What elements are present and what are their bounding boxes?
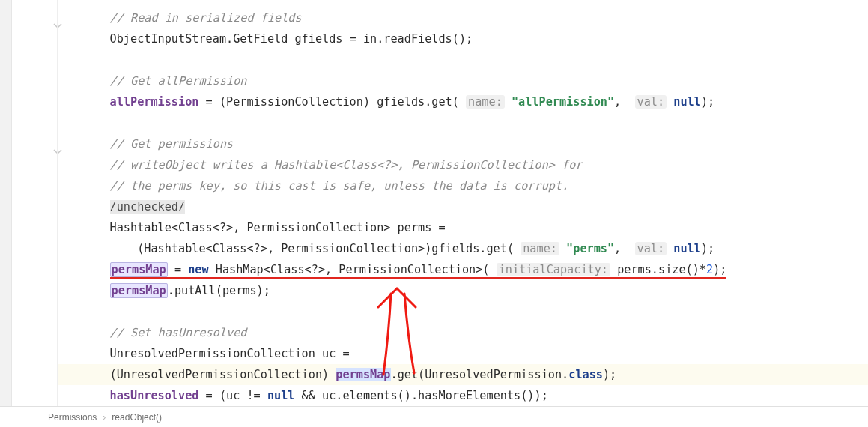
breadcrumb[interactable]: Permissions › readObject() — [0, 406, 868, 427]
string-literal: "perms" — [566, 242, 614, 255]
code-line: // Read in serialized fields — [82, 11, 302, 25]
param-hint: initialCapacity: — [497, 263, 610, 276]
field-ref: hasUnresolved — [110, 389, 199, 402]
gutter-separator — [57, 0, 58, 406]
field-ref: permsMap — [110, 283, 168, 298]
comment: // Set hasUnresolved — [110, 326, 247, 339]
number-literal: 2 — [706, 263, 713, 276]
code-line: // Get allPermission — [82, 74, 246, 88]
annotation: /unchecked/ — [110, 200, 186, 214]
code-line: ObjectInputStream.GetField gfields = in.… — [82, 32, 473, 46]
param-hint: name: — [466, 95, 505, 109]
keyword: class — [568, 368, 603, 381]
code-line: UnresolvedPermissionCollection uc = — [82, 347, 350, 360]
string-literal: "allPermission" — [512, 95, 614, 109]
code-line: hasUnresolved = (uc != null && uc.elemen… — [82, 389, 548, 402]
code-line: /unchecked/ — [82, 200, 185, 214]
comment: // Get allPermission — [110, 74, 247, 88]
param-hint: name: — [521, 242, 559, 255]
breadcrumb-item[interactable]: readObject() — [112, 412, 162, 423]
chevron-right-icon: › — [103, 412, 106, 423]
breadcrumb-item[interactable]: Permissions — [48, 412, 97, 423]
field-ref: allPermission — [110, 95, 199, 109]
code-line: // Set hasUnresolved — [82, 326, 246, 339]
param-hint: val: — [635, 95, 667, 109]
code-line — [82, 305, 89, 318]
code-editor[interactable]: // Read in serialized fields ObjectInput… — [58, 0, 868, 406]
code-line — [82, 116, 89, 130]
keyword: null — [267, 389, 295, 402]
code-line: Hashtable<Class<?>, PermissionCollection… — [82, 221, 446, 234]
gutter[interactable] — [12, 0, 57, 406]
code-line: permsMap = new HashMap<Class<?>, Permiss… — [82, 263, 726, 279]
code-line: (Hashtable<Class<?>, PermissionCollectio… — [82, 242, 714, 255]
left-strip — [0, 0, 12, 406]
code-line: (UnresolvedPermissionCollection) permsMa… — [82, 368, 616, 381]
code-line: // the perms key, so this cast is safe, … — [82, 179, 568, 193]
param-hint: val: — [635, 242, 667, 255]
keyword: new — [188, 263, 208, 276]
code-block[interactable]: // Read in serialized fields ObjectInput… — [82, 7, 726, 406]
keyword: null — [673, 95, 701, 109]
code-line: permsMap.putAll(perms); — [82, 283, 270, 298]
code-line: // Get permissions — [82, 137, 233, 151]
editor-frame: // Read in serialized fields ObjectInput… — [0, 0, 868, 427]
comment: // the perms key, so this cast is safe, … — [110, 179, 569, 193]
code-line: allPermission = (PermissionCollection) g… — [82, 95, 714, 109]
field-ref: permsMa — [336, 368, 383, 381]
comment: // writeObject writes a Hashtable<Class<… — [110, 158, 583, 172]
code-line — [82, 53, 89, 67]
comment: // Get permissions — [110, 137, 234, 151]
keyword: null — [673, 242, 701, 255]
caret: p — [383, 368, 390, 381]
comment: // Read in serialized fields — [110, 11, 302, 25]
field-ref: permsMap — [110, 262, 168, 277]
code-line: // writeObject writes a Hashtable<Class<… — [82, 158, 583, 172]
